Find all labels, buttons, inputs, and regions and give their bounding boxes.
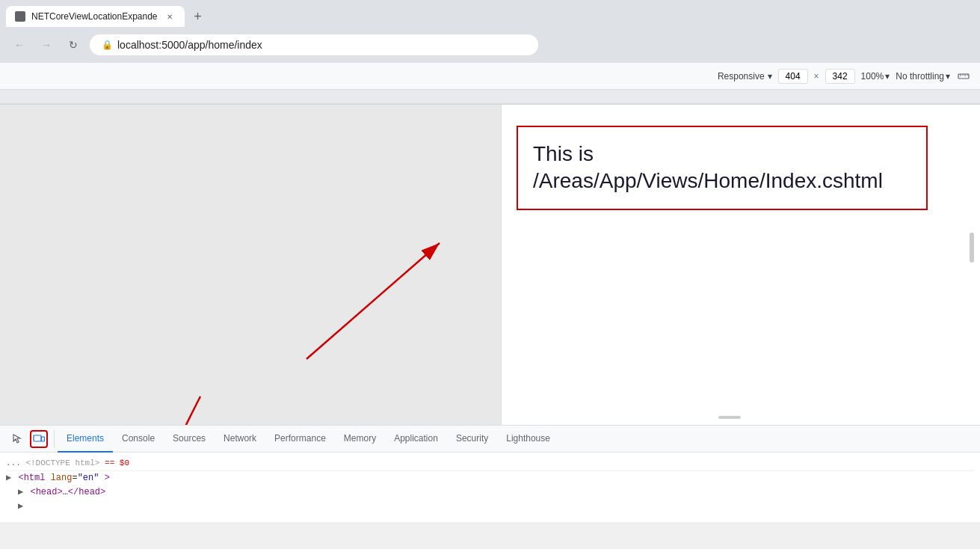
- tab-performance[interactable]: Performance: [265, 426, 335, 453]
- tab-security[interactable]: Security: [447, 426, 497, 453]
- left-page-area: [0, 105, 501, 425]
- head-close-tag: </head>: [68, 487, 105, 497]
- tab-sources[interactable]: Sources: [164, 426, 215, 453]
- devtools-panel: Elements Console Sources Network Perform…: [0, 425, 980, 522]
- html-tag-close: >: [105, 473, 110, 483]
- page-content-text: This is /Areas/App/Views/Home/Index.csht…: [533, 142, 883, 192]
- html-attr-val: "en": [78, 473, 99, 483]
- throttle-chevron-icon: ▾: [946, 71, 950, 82]
- equals-sign: == $0: [99, 458, 129, 467]
- tab-elements[interactable]: Elements: [58, 426, 113, 453]
- tab-close-button[interactable]: ✕: [164, 10, 176, 22]
- device-toolbar: Responsive ▾ × 100% ▾ No throttling ▾: [0, 63, 980, 90]
- html-attr-lang: lang: [51, 473, 73, 483]
- new-tab-button[interactable]: +: [188, 6, 209, 27]
- zoom-label: 100%: [861, 71, 884, 82]
- url-text: localhost:5000/app/home/index: [117, 39, 526, 51]
- tab-lighthouse[interactable]: Lighthouse: [497, 426, 559, 453]
- back-button[interactable]: ←: [9, 34, 30, 55]
- address-bar: ← → ↻ 🔒 localhost:5000/app/home/index: [0, 27, 980, 63]
- height-input[interactable]: [825, 69, 855, 84]
- ruler-icon[interactable]: [956, 69, 971, 84]
- tab-console[interactable]: Console: [113, 426, 164, 453]
- right-page-area: This is /Areas/App/Views/Home/Index.csht…: [501, 105, 980, 425]
- throttle-select[interactable]: No throttling ▾: [896, 71, 950, 82]
- page-preview-area: This is /Areas/App/Views/Home/Index.csht…: [0, 105, 980, 425]
- code-line-html: ▶ <html lang="en" >: [6, 471, 974, 485]
- collapse-arrow-icon[interactable]: ▶: [6, 473, 11, 483]
- inspect-icon[interactable]: [9, 430, 27, 448]
- width-input[interactable]: [778, 69, 808, 84]
- doctype-comment: <!DOCTYPE html>: [25, 458, 99, 467]
- responsive-chevron-icon: ▾: [768, 71, 772, 82]
- svg-rect-11: [42, 437, 45, 441]
- responsive-label: Responsive: [718, 71, 765, 82]
- dimension-separator: ×: [814, 71, 819, 82]
- head-tag: <head>: [30, 487, 62, 497]
- zoom-select[interactable]: 100% ▾: [861, 71, 890, 82]
- html-tag: <html: [18, 473, 45, 483]
- devtools-menu-text: ...: [6, 458, 25, 467]
- devtools-content-area: ... <!DOCTYPE html> == $0 ▶ <html lang="…: [0, 453, 980, 522]
- devtools-tabs-bar: Elements Console Sources Network Perform…: [0, 426, 980, 453]
- resize-handle[interactable]: [718, 416, 741, 419]
- head-ellipsis: …: [63, 487, 68, 497]
- tab-favicon-icon: [15, 11, 25, 22]
- ruler: [0, 90, 980, 105]
- url-bar[interactable]: 🔒 localhost:5000/app/home/index: [90, 34, 538, 55]
- content-box: This is /Areas/App/Views/Home/Index.csht…: [517, 126, 928, 210]
- tab-network[interactable]: Network: [215, 426, 265, 453]
- devtools-icon-group: [3, 430, 55, 448]
- device-toggle-icon[interactable]: [30, 430, 48, 448]
- browser-tab[interactable]: NETCoreViewLocationExpande ✕: [6, 6, 185, 27]
- reload-button[interactable]: ↻: [63, 34, 84, 55]
- forward-button[interactable]: →: [36, 34, 57, 55]
- code-line-body-arrow: ▶: [18, 500, 974, 514]
- lock-icon: 🔒: [102, 40, 113, 50]
- code-line-head: ▶ <head>…</head>: [18, 485, 974, 500]
- tab-title: NETCoreViewLocationExpande: [31, 11, 158, 22]
- svg-rect-10: [34, 435, 41, 441]
- throttle-label: No throttling: [896, 71, 944, 82]
- tab-memory[interactable]: Memory: [335, 426, 385, 453]
- scrollbar-thumb[interactable]: [970, 233, 974, 263]
- body-collapse-icon[interactable]: ▶: [18, 501, 23, 512]
- head-collapse-icon[interactable]: ▶: [18, 487, 23, 497]
- tab-application[interactable]: Application: [385, 426, 447, 453]
- zoom-chevron-icon: ▾: [885, 71, 890, 82]
- device-select[interactable]: Responsive ▾: [718, 71, 772, 82]
- tab-bar: NETCoreViewLocationExpande ✕ +: [0, 0, 980, 27]
- devtools-menu-bar: ... <!DOCTYPE html> == $0: [6, 456, 974, 471]
